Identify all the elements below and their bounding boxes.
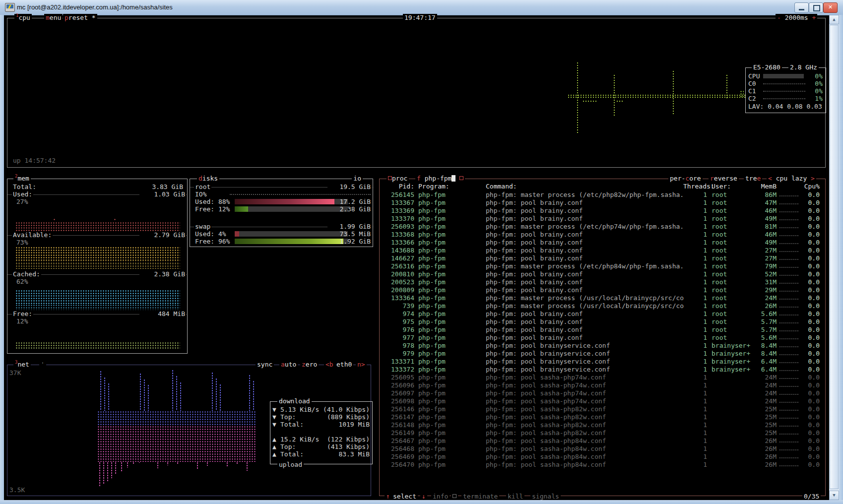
proc-tree-toggle[interactable]: tree	[744, 175, 762, 182]
download-rate-icon: ▼	[272, 406, 276, 413]
upload-total-value: 83.3 MiB	[338, 450, 370, 458]
select-up-icon[interactable]: ↑	[385, 493, 391, 500]
process-row[interactable]: 256096php-fpmphp-fpm: pool sasha-php74w.…	[381, 381, 822, 389]
minimize-button[interactable]	[794, 2, 809, 13]
process-row[interactable]: 256470php-fpmphp-fpm: pool sasha-php84w.…	[381, 461, 822, 469]
scrollbar-up-icon[interactable]: ▲	[829, 15, 839, 24]
process-row[interactable]: 256147php-fpmphp-fpm: pool sasha-php82w.…	[381, 413, 822, 421]
refresh-rate: 2000ms	[785, 14, 808, 21]
proc-sort-control[interactable]: < cpu lazy >	[767, 175, 816, 182]
net-auto-toggle[interactable]: auto	[279, 361, 298, 368]
net-prev-interface-button[interactable]: <b	[324, 361, 335, 368]
process-row[interactable]: 133364php-fpmphp-fpm: master process (/u…	[381, 294, 822, 302]
core-label: C1	[748, 87, 756, 95]
disk-swap-used-label: Used: 4%	[195, 230, 226, 238]
kill-action[interactable]: kill	[506, 493, 524, 500]
process-row[interactable]: 979php-fpmphp-fpm: pool brainyservice.co…	[381, 350, 822, 358]
rate-plus-button[interactable]: +	[812, 14, 816, 21]
tab-cpu[interactable]: 1cpu	[14, 14, 32, 21]
disk-root-free-label: Free: 12%	[195, 205, 230, 213]
disk-swap-used-value: 73.5 MiB	[329, 230, 371, 238]
net-panel: 3net ' sync auto zero <b eth0 n> 37K 3.5…	[7, 365, 371, 496]
menu-button[interactable]: menu	[44, 14, 63, 21]
scrollbar-down-icon[interactable]: ▼	[829, 491, 839, 500]
process-row[interactable]: 256093php-fpmphp-fpm: master process (/e…	[381, 223, 822, 231]
signals-action[interactable]: signals	[530, 493, 561, 500]
cpu-panel: 1cpu menu preset * 19:47:17 - 2000ms + E…	[7, 18, 826, 168]
process-row[interactable]: 256467php-fpmphp-fpm: pool sasha-php84w.…	[381, 437, 822, 445]
process-row[interactable]: 133370php-fpmphp-fpm: pool brainy.conf1r…	[381, 215, 822, 223]
rate-minus-button[interactable]: -	[777, 14, 781, 21]
select-down-icon[interactable]: ↓	[420, 493, 427, 500]
scrollbar[interactable]: ▲ ▼	[829, 15, 839, 500]
process-row[interactable]: 133369php-fpmphp-fpm: pool brainy.conf1r…	[381, 207, 822, 215]
tab-disks[interactable]: disks	[197, 175, 219, 182]
process-row[interactable]: 739php-fpmphp-fpm: master process (/usr/…	[381, 302, 822, 310]
window-border-left	[0, 15, 4, 504]
process-row[interactable]: 256145php-fpmphp-fpm: master process (/e…	[381, 191, 822, 199]
net-zero-toggle[interactable]: zero	[300, 361, 319, 368]
cpu-info-box: E5-2680 2.8 GHz CPU 0% C0 0% C1 0% C2 1%…	[745, 67, 826, 113]
window-border-right	[839, 15, 843, 504]
process-row[interactable]: 256316php-fpmphp-fpm: master process (/e…	[381, 262, 822, 270]
process-row[interactable]: 256149php-fpmphp-fpm: pool sasha-php82w.…	[381, 429, 822, 437]
net-next-interface-button[interactable]: n>	[356, 361, 367, 368]
process-row[interactable]: 133366php-fpmphp-fpm: pool brainy.conf1r…	[381, 239, 822, 247]
upload-rate-icon: ▲	[272, 436, 276, 443]
window-title: mc [root@a202.itdeveloper.com.ua]:/home/…	[17, 3, 173, 11]
select-action[interactable]: select	[391, 493, 418, 500]
scrollbar-thumb[interactable]	[830, 25, 839, 489]
cpu-freq: 2.8 GHz	[788, 63, 819, 71]
process-row[interactable]: 256146php-fpmphp-fpm: pool sasha-php82w.…	[381, 405, 822, 413]
process-row[interactable]: 133372php-fpmphp-fpm: pool brainyservice…	[381, 366, 822, 374]
process-row[interactable]: 976php-fpmphp-fpm: pool brainy.conf1root…	[381, 326, 822, 334]
mem-total-row: Total: 3.83 GiB	[10, 183, 185, 190]
process-row[interactable]: 256468php-fpmphp-fpm: pool sasha-php84w.…	[381, 445, 822, 453]
preset-button[interactable]: preset *	[63, 14, 97, 21]
net-graph	[97, 368, 257, 493]
tab-net[interactable]: 3net	[13, 361, 31, 368]
sort-next-icon: >	[811, 175, 815, 182]
mem-available-graph	[15, 247, 180, 262]
mem-cached-graph	[15, 290, 180, 304]
download-total-value: 1019 MiB	[338, 421, 370, 428]
process-row[interactable]: 974php-fpmphp-fpm: pool brainy.conf1root…	[381, 310, 822, 318]
process-row[interactable]: 256098php-fpmphp-fpm: pool sasha-php74w.…	[381, 397, 822, 405]
core2-sparkline	[763, 98, 805, 99]
process-row[interactable]: 256095php-fpmphp-fpm: pool sasha-php74w.…	[381, 374, 822, 381]
upload-total-icon: ▲	[272, 450, 276, 458]
net-info-box: download upload ▼ 5.13 KiB/s (41.0 Kibps…	[270, 401, 373, 464]
process-row[interactable]: 133367php-fpmphp-fpm: pool brainy.conf1r…	[381, 199, 822, 207]
proc-filter[interactable]: f php-fpm	[415, 175, 465, 182]
process-row[interactable]: 200810php-fpmphp-fpm: pool brainy.conf1r…	[381, 270, 822, 278]
process-row[interactable]: 200523php-fpmphp-fpm: pool brainy.conf1r…	[381, 278, 822, 286]
upload-top-icon: ▲	[272, 443, 276, 450]
core-label: C0	[748, 80, 756, 87]
info-action[interactable]: info	[431, 493, 450, 500]
maximize-button[interactable]	[809, 2, 823, 13]
net-sync-toggle[interactable]: sync	[256, 361, 274, 368]
disk-root-row: root 19.5 GiB	[190, 183, 374, 190]
proc-percore-toggle[interactable]: per-core	[668, 175, 703, 182]
process-row[interactable]: 975php-fpmphp-fpm: pool brainy.conf1root…	[381, 318, 822, 326]
process-row[interactable]: 256469php-fpmphp-fpm: pool sasha-php84w.…	[381, 453, 822, 461]
process-row[interactable]: 200809php-fpmphp-fpm: pool brainy.conf1r…	[381, 286, 822, 294]
info-marker-icon	[451, 493, 458, 500]
close-button[interactable]: ✕	[823, 2, 838, 13]
download-top-value: (889 Kibps)	[327, 413, 370, 421]
tab-proc[interactable]: proc	[387, 175, 409, 182]
process-row[interactable]: 146627php-fpmphp-fpm: pool brainy.conf1r…	[381, 254, 822, 262]
terminate-action[interactable]: terminate	[461, 493, 499, 500]
process-row[interactable]: 133371php-fpmphp-fpm: pool brainyservice…	[381, 358, 822, 366]
process-row[interactable]: 977php-fpmphp-fpm: pool brainy.conf1root…	[381, 334, 822, 342]
process-row[interactable]: 256148php-fpmphp-fpm: pool sasha-php82w.…	[381, 421, 822, 429]
process-row[interactable]: 256097php-fpmphp-fpm: pool sasha-php74w.…	[381, 389, 822, 397]
mem-used-peak-dot	[53, 218, 56, 221]
upload-top-value: (413 Kibps)	[327, 443, 370, 450]
proc-reverse-toggle[interactable]: reverse	[709, 175, 739, 182]
process-row[interactable]: 143688php-fpmphp-fpm: pool brainy.conf1r…	[381, 247, 822, 254]
process-row[interactable]: 133368php-fpmphp-fpm: pool brainy.conf1r…	[381, 231, 822, 239]
tab-mem[interactable]: 2mem	[13, 175, 31, 182]
mem-free-pct: 12%	[16, 317, 28, 325]
process-row[interactable]: 978php-fpmphp-fpm: pool brainyservice.co…	[381, 342, 822, 350]
